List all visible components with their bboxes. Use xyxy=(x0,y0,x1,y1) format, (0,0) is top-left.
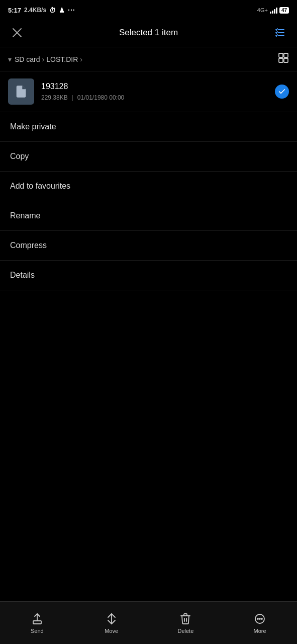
delete-icon xyxy=(179,612,192,625)
svg-rect-5 xyxy=(279,53,283,57)
bottom-toolbar: Send Move Delete xyxy=(0,601,297,644)
menu-item-rename[interactable]: Rename xyxy=(0,201,297,231)
svg-rect-11 xyxy=(184,614,187,616)
signal-icon xyxy=(270,7,277,14)
toolbar-more[interactable]: More xyxy=(223,607,297,639)
move-label: Move xyxy=(105,628,118,634)
svg-rect-6 xyxy=(284,53,288,57)
file-item[interactable]: 193128 229.38KB | 01/01/1980 00:00 xyxy=(0,71,297,112)
send-label: Send xyxy=(31,628,44,634)
breadcrumb-bar: ▾ SD card › LOST.DIR › xyxy=(0,47,297,71)
breadcrumb[interactable]: ▾ SD card › LOST.DIR › xyxy=(8,55,82,63)
svg-point-15 xyxy=(261,618,262,619)
file-meta-separator: | xyxy=(72,94,73,101)
toolbar-move[interactable]: Move xyxy=(74,607,149,639)
file-name: 193128 xyxy=(41,82,268,91)
file-icon xyxy=(14,85,28,99)
file-list: 193128 229.38KB | 01/01/1980 00:00 xyxy=(0,71,297,112)
breadcrumb-sep-2: › xyxy=(80,55,82,63)
close-button[interactable] xyxy=(8,24,26,42)
speed: 2.4KB/s xyxy=(24,7,46,14)
menu-item-details[interactable]: Details xyxy=(0,261,297,290)
delete-label: Delete xyxy=(177,628,193,634)
menu-item-add-to-favourites[interactable]: Add to favourites xyxy=(0,172,297,201)
file-date: 01/01/1980 00:00 xyxy=(77,94,124,101)
menu-item-make-private[interactable]: Make private xyxy=(0,112,297,142)
menu-item-copy[interactable]: Copy xyxy=(0,142,297,172)
status-left: 5:17 2.4KB/s ⏱ ♟ ··· xyxy=(8,6,75,14)
top-bar: Selected 1 item xyxy=(0,18,297,47)
status-bar: 5:17 2.4KB/s ⏱ ♟ ··· 4G+ 47 xyxy=(0,0,297,18)
toolbar-send[interactable]: Send xyxy=(0,607,74,639)
breadcrumb-expand-icon[interactable]: ▾ xyxy=(8,55,12,63)
move-icon xyxy=(105,612,118,625)
checklist-button[interactable] xyxy=(271,24,289,42)
toolbar-delete[interactable]: Delete xyxy=(149,607,223,639)
breadcrumb-lost-dir[interactable]: LOST.DIR xyxy=(46,55,78,63)
page-title: Selected 1 item xyxy=(119,28,178,38)
clock-icon: ⏱ xyxy=(49,7,56,14)
grid-view-button[interactable] xyxy=(278,52,289,66)
svg-rect-8 xyxy=(284,58,288,62)
steam-icon: ♟ xyxy=(59,7,65,14)
time: 5:17 xyxy=(8,7,21,14)
svg-point-14 xyxy=(259,618,260,619)
battery-icon: 47 xyxy=(279,7,289,14)
svg-rect-7 xyxy=(279,58,283,62)
context-menu: Make privateCopyAdd to favouritesRenameC… xyxy=(0,112,297,290)
svg-rect-9 xyxy=(33,621,41,624)
file-selected-check[interactable] xyxy=(275,85,289,99)
more-label: More xyxy=(254,628,266,634)
breadcrumb-sep-1: › xyxy=(42,55,45,63)
file-thumbnail xyxy=(8,78,34,105)
file-size: 229.38KB xyxy=(41,94,68,101)
dots-icon: ··· xyxy=(68,6,75,14)
status-right: 4G+ 47 xyxy=(257,7,289,14)
send-icon xyxy=(31,612,44,625)
breadcrumb-path: SD card › LOST.DIR › xyxy=(15,55,82,63)
menu-item-compress[interactable]: Compress xyxy=(0,231,297,261)
file-info: 193128 229.38KB | 01/01/1980 00:00 xyxy=(41,82,268,101)
svg-point-13 xyxy=(257,618,258,619)
file-meta: 229.38KB | 01/01/1980 00:00 xyxy=(41,94,268,101)
more-icon xyxy=(253,612,266,625)
network-label: 4G+ xyxy=(257,7,268,13)
breadcrumb-sd-card[interactable]: SD card xyxy=(15,55,40,63)
